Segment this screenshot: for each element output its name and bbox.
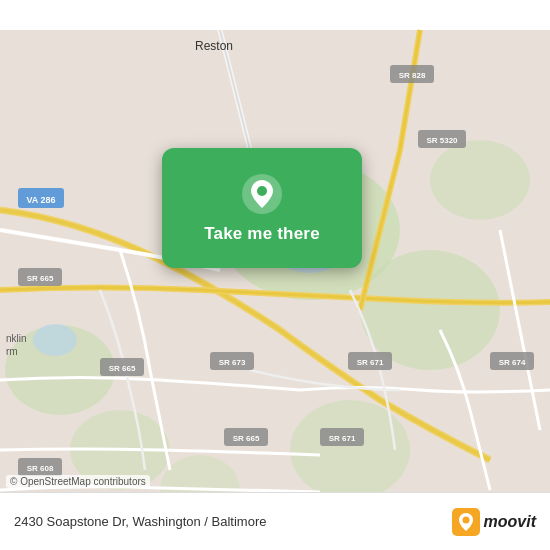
svg-text:SR 665: SR 665 <box>27 274 54 283</box>
svg-text:SR 673: SR 673 <box>219 358 246 367</box>
address-text: 2430 Soapstone Dr, Washington / Baltimor… <box>14 514 266 529</box>
location-card[interactable]: Take me there <box>162 148 362 268</box>
svg-text:SR 665: SR 665 <box>233 434 260 443</box>
svg-point-6 <box>290 400 410 500</box>
moovit-label: moovit <box>484 513 536 531</box>
location-pin-icon <box>240 172 284 216</box>
svg-text:SR 671: SR 671 <box>357 358 384 367</box>
svg-text:SR 5320: SR 5320 <box>426 136 458 145</box>
svg-text:Reston: Reston <box>195 39 233 53</box>
map-container: Reston VA 286 SR 828 SR 5320 SR 5320 SR … <box>0 0 550 550</box>
moovit-icon <box>452 508 480 536</box>
svg-text:SR 671: SR 671 <box>329 434 356 443</box>
svg-point-40 <box>462 516 469 523</box>
svg-text:SR 608: SR 608 <box>27 464 54 473</box>
svg-text:VA 286: VA 286 <box>26 195 55 205</box>
svg-point-3 <box>430 140 530 220</box>
svg-text:rm: rm <box>6 346 18 357</box>
svg-text:SR 828: SR 828 <box>399 71 426 80</box>
svg-text:nklin: nklin <box>6 333 27 344</box>
take-me-there-button[interactable]: Take me there <box>204 224 320 244</box>
osm-attribution: © OpenStreetMap contributors <box>6 475 150 488</box>
svg-point-38 <box>257 186 267 196</box>
svg-text:SR 674: SR 674 <box>499 358 526 367</box>
map-background: Reston VA 286 SR 828 SR 5320 SR 5320 SR … <box>0 0 550 550</box>
moovit-logo: moovit <box>452 508 536 536</box>
svg-point-9 <box>33 324 77 356</box>
bottom-bar: 2430 Soapstone Dr, Washington / Baltimor… <box>0 492 550 550</box>
svg-text:SR 665: SR 665 <box>109 364 136 373</box>
